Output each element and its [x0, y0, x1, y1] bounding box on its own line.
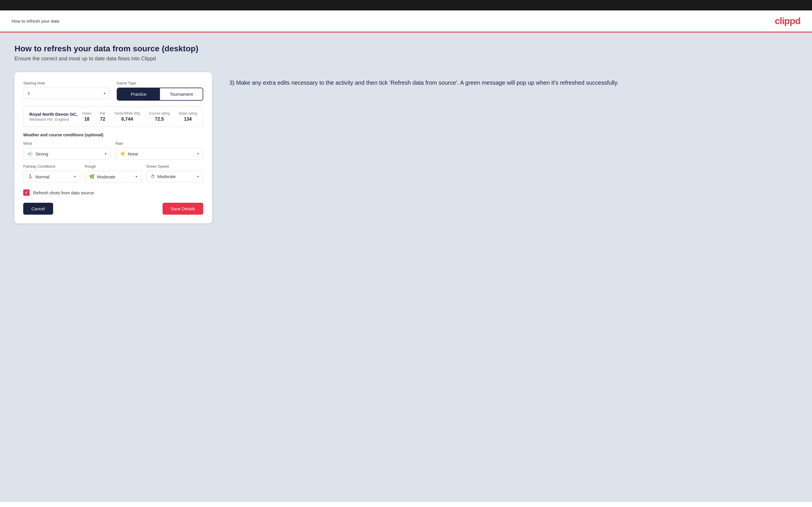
rain-value: ☀️ None [120, 151, 197, 156]
slope-rating-value: 134 [179, 117, 197, 122]
stat-course-rating: Course rating 72.5 [149, 111, 170, 122]
yards-value: 6,744 [114, 117, 140, 122]
green-speed-select[interactable]: ⏱ Moderate ▾ [146, 171, 203, 182]
slope-rating-label: Slope rating [179, 111, 197, 115]
fairway-icon: 🏃 [28, 174, 33, 179]
chevron-down-icon: ▾ [136, 175, 137, 179]
conditions-title: Weather and course conditions (optional) [23, 132, 203, 137]
chevron-down-icon: ▾ [104, 91, 105, 96]
wind-value: 💨 Strong [28, 151, 105, 156]
tournament-button[interactable]: Tournament [160, 88, 203, 100]
yards-label: Yards/White (M)) [114, 111, 140, 115]
course-info: Royal North Devon GC, Westward Ho!, Engl… [23, 106, 203, 127]
rain-select[interactable]: ☀️ None ▾ [115, 148, 203, 160]
starting-hole-value: 1 [28, 91, 104, 96]
stat-slope-rating: Slope rating 134 [179, 111, 197, 122]
starting-hole-group: Starting Hole 1 ▾ [23, 81, 110, 101]
refresh-label: Refresh shots from data source [33, 190, 94, 195]
header-title: How to refresh your data [12, 18, 59, 23]
right-content: 3) Make any extra edits necessary to the… [230, 72, 798, 87]
course-rating-value: 72.5 [149, 117, 170, 122]
rough-value: 🌿 Moderate [89, 174, 136, 179]
header: How to refresh your data clippd [0, 10, 812, 33]
content-area: Starting Hole 1 ▾ Game Type Practice Tou… [14, 72, 798, 223]
wind-label: Wind [23, 141, 111, 146]
holes-value: 18 [83, 117, 92, 122]
top-form-row: Starting Hole 1 ▾ Game Type Practice Tou… [23, 81, 203, 101]
refresh-checkbox-row: ✓ Refresh shots from data source [23, 189, 203, 196]
stat-par: Par 72 [100, 111, 105, 122]
save-details-button[interactable]: Save Details [163, 203, 203, 215]
course-location: Westward Ho!, England [29, 117, 83, 121]
rough-group: Rough 🌿 Moderate ▾ [85, 164, 142, 182]
wind-rain-row: Wind 💨 Strong ▾ Rain ☀️ None [23, 141, 203, 160]
wind-select[interactable]: 💨 Strong ▾ [23, 148, 111, 160]
course-name-block: Royal North Devon GC, Westward Ho!, Engl… [29, 112, 83, 121]
stat-holes: Holes 18 [83, 111, 92, 122]
green-speed-value: ⏱ Moderate [151, 174, 197, 179]
checkmark-icon: ✓ [25, 190, 28, 195]
par-label: Par [100, 111, 105, 115]
instruction-text: 3) Make any extra edits necessary to the… [230, 78, 798, 87]
cancel-button[interactable]: Cancel [23, 203, 53, 215]
form-card: Starting Hole 1 ▾ Game Type Practice Tou… [14, 72, 212, 223]
fairway-group: Fairway Conditions 🏃 Normal ▾ [23, 164, 80, 182]
main-content: How to refresh your data from source (de… [0, 33, 812, 502]
wind-group: Wind 💨 Strong ▾ [23, 141, 111, 160]
footer: Copyright Clippd 2022 [0, 502, 812, 507]
rain-label: Rain [115, 141, 203, 146]
button-row: Cancel Save Details [23, 203, 203, 215]
rain-group: Rain ☀️ None ▾ [115, 141, 203, 160]
fairway-rough-green-row: Fairway Conditions 🏃 Normal ▾ Rough 🌿 [23, 164, 203, 182]
refresh-checkbox[interactable]: ✓ [23, 189, 30, 196]
stat-yards: Yards/White (M)) 6,744 [114, 111, 140, 122]
starting-hole-label: Starting Hole [23, 81, 110, 85]
top-bar [0, 0, 812, 10]
green-speed-icon: ⏱ [151, 174, 155, 179]
green-speed-label: Green Speed [146, 164, 203, 169]
game-type-group: Game Type Practice Tournament [117, 81, 203, 101]
wind-icon: 💨 [28, 151, 33, 156]
practice-button[interactable]: Practice [117, 88, 160, 100]
green-speed-group: Green Speed ⏱ Moderate ▾ [146, 164, 203, 182]
fairway-label: Fairway Conditions [23, 164, 80, 169]
fairway-select[interactable]: 🏃 Normal ▾ [23, 171, 80, 182]
rough-icon: 🌿 [89, 174, 95, 179]
game-type-label: Game Type [117, 81, 203, 85]
chevron-down-icon: ▾ [197, 152, 199, 156]
starting-hole-select[interactable]: 1 ▾ [23, 88, 110, 99]
page-title: How to refresh your data from source (de… [14, 44, 798, 53]
course-rating-label: Course rating [149, 111, 170, 115]
fairway-value: 🏃 Normal [28, 174, 74, 179]
rain-icon: ☀️ [120, 151, 125, 156]
rough-label: Rough [85, 164, 142, 169]
game-type-toggle: Practice Tournament [117, 88, 203, 101]
chevron-down-icon: ▾ [74, 175, 76, 179]
page-subtitle: Ensure the correct and most up to date d… [14, 56, 798, 62]
logo: clippd [775, 16, 800, 26]
chevron-down-icon: ▾ [105, 152, 107, 156]
par-value: 72 [100, 117, 105, 122]
course-name: Royal North Devon GC, [29, 112, 83, 117]
rough-select[interactable]: 🌿 Moderate ▾ [85, 171, 142, 182]
holes-label: Holes [83, 111, 92, 115]
course-stats: Holes 18 Par 72 Yards/White (M)) 6,744 C… [83, 111, 197, 122]
chevron-down-icon: ▾ [197, 175, 199, 179]
